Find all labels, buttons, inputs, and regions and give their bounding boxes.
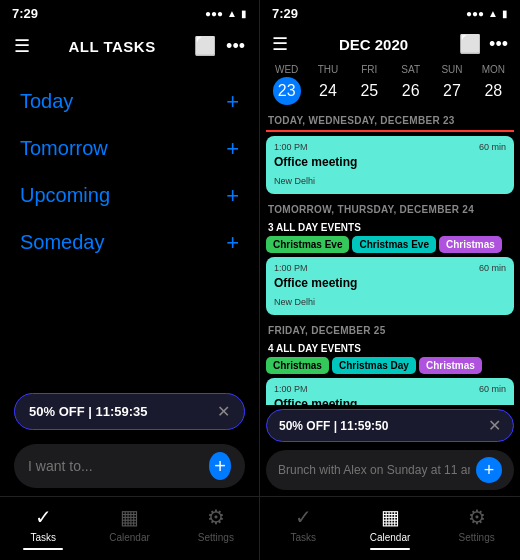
nav-upcoming-label: Upcoming [20,184,110,207]
r-wifi-icon: ▲ [488,8,498,19]
week-header: WED 23 THU 24 FRI 25 SAT 26 SUN 27 MON 2… [260,64,520,105]
nav-today-plus[interactable]: + [226,91,239,113]
menu-button[interactable]: ☰ [14,35,30,57]
nav-upcoming-plus[interactable]: + [226,185,239,207]
r-menu-button[interactable]: ☰ [272,33,288,55]
nav-today-label: Today [20,90,73,113]
week-day-sat[interactable]: SAT 26 [390,64,431,105]
r-calendar-indicator [370,548,410,550]
tasks-tab-label: Tasks [30,532,56,543]
nav-item-tomorrow[interactable]: Tomorrow + [0,125,259,172]
left-panel: 7:29 ●●● ▲ ▮ ☰ ALL TASKS ⬜ ••• Today + T… [0,0,260,560]
nav-item-someday[interactable]: Someday + [0,219,259,266]
tasks-tab-indicator [23,548,63,550]
r-top-actions: ⬜ ••• [459,33,508,55]
page-title: ALL TASKS [68,38,155,55]
calendar-scroll[interactable]: TODAY, WEDNESDAY, DECEMBER 23 1:00 PM 60… [260,109,520,405]
right-tab-calendar[interactable]: ▦ Calendar [347,505,434,550]
week-day-sun[interactable]: SUN 27 [431,64,472,105]
r-settings-label: Settings [459,532,495,543]
nav-item-upcoming[interactable]: Upcoming + [0,172,259,219]
right-tab-tasks[interactable]: ✓ Tasks [260,505,347,550]
calendar-tab-icon: ▦ [120,505,139,529]
event-3-time: 1:00 PM [274,384,308,394]
wifi-icon: ▲ [227,8,237,19]
wed-num: 23 [273,77,301,105]
battery-icon: ▮ [241,8,247,19]
left-search-bar: + [14,444,245,488]
right-tab-settings[interactable]: ⚙ Settings [433,505,520,550]
thu-name: THU [318,64,339,75]
event-card-3[interactable]: 1:00 PM 60 min Office meeting New Delhi [266,378,514,406]
left-top-bar: ☰ ALL TASKS ⬜ ••• [0,24,259,68]
settings-tab-label: Settings [198,532,234,543]
all-day-label-3: 4 ALL DAY EVENTS [266,340,514,357]
event-card-1[interactable]: 1:00 PM 60 min Office meeting New Delhi [266,136,514,194]
event-1-title: Office meeting [274,155,357,169]
right-search-bar: + [266,450,514,490]
left-tab-tasks[interactable]: ✓ Tasks [0,505,86,550]
event-1-time: 1:00 PM [274,142,308,152]
left-promo-close[interactable]: ✕ [217,402,230,421]
all-day-section-2: 3 ALL DAY EVENTS Christmas Eve Christmas… [266,219,514,253]
fri-name: FRI [361,64,377,75]
week-day-mon[interactable]: MON 28 [473,64,514,105]
mon-num: 28 [479,77,507,105]
right-search-input[interactable] [278,463,470,477]
section-header-friday: FRIDAY, DECEMBER 25 [266,319,514,340]
all-day-pill-3-1: Christmas [266,357,329,374]
event-2-time: 1:00 PM [274,263,308,273]
event-card-3-meta: 1:00 PM 60 min [274,384,506,394]
right-panel: 7:29 ●●● ▲ ▮ ☰ DEC 2020 ⬜ ••• WED 23 THU… [260,0,520,560]
event-1-duration: 60 min [479,142,506,152]
event-card-1-meta: 1:00 PM 60 min [274,142,506,152]
tasks-tab-icon: ✓ [35,505,52,529]
r-battery-icon: ▮ [502,8,508,19]
right-status-bar: 7:29 ●●● ▲ ▮ [260,0,520,24]
week-day-fri[interactable]: FRI 25 [349,64,390,105]
r-tasks-label: Tasks [291,532,317,543]
week-day-thu[interactable]: THU 24 [307,64,348,105]
right-month-title: DEC 2020 [339,36,408,53]
event-2-duration: 60 min [479,263,506,273]
all-day-pill-3-2: Christmas Day [332,357,416,374]
today-red-line [266,130,514,132]
r-tasks-icon: ✓ [295,505,312,529]
event-card-2[interactable]: 1:00 PM 60 min Office meeting New Delhi [266,257,514,315]
right-promo-close[interactable]: ✕ [488,416,501,435]
left-tab-settings[interactable]: ⚙ Settings [173,505,259,550]
right-add-button[interactable]: + [476,457,502,483]
all-day-label-2: 3 ALL DAY EVENTS [266,219,514,236]
mon-name: MON [482,64,505,75]
left-promo-text: 50% OFF | 11:59:35 [29,404,148,419]
sun-name: SUN [441,64,462,75]
event-1-sub: New Delhi [274,176,315,186]
left-status-time: 7:29 [12,6,38,21]
square-icon-button[interactable]: ⬜ [194,35,216,57]
r-square-button[interactable]: ⬜ [459,33,481,55]
wed-name: WED [275,64,298,75]
left-bottom-tabs: ✓ Tasks ▦ Calendar ⚙ Settings [0,496,259,560]
r-calendar-label: Calendar [370,532,411,543]
left-tab-calendar[interactable]: ▦ Calendar [86,505,172,550]
nav-item-today[interactable]: Today + [0,78,259,125]
event-2-title: Office meeting [274,276,357,290]
all-day-pill-3-3: Christmas [419,357,482,374]
all-day-section-3: 4 ALL DAY EVENTS Christmas Christmas Day… [266,340,514,374]
nav-list: Today + Tomorrow + Upcoming + Someday + [0,68,259,385]
right-status-time: 7:29 [272,6,298,21]
week-day-wed[interactable]: WED 23 [266,64,307,105]
nav-someday-plus[interactable]: + [226,232,239,254]
left-search-input[interactable] [28,458,203,474]
signal-icon: ●●● [205,8,223,19]
sat-num: 26 [397,77,425,105]
more-button[interactable]: ••• [226,35,245,57]
right-promo-bar: 50% OFF | 11:59:50 ✕ [266,409,514,442]
r-calendar-icon: ▦ [381,505,400,529]
sat-name: SAT [401,64,420,75]
nav-tomorrow-plus[interactable]: + [226,138,239,160]
left-add-button[interactable]: + [209,452,231,480]
settings-tab-icon: ⚙ [207,505,225,529]
r-more-button[interactable]: ••• [489,33,508,55]
event-3-duration: 60 min [479,384,506,394]
